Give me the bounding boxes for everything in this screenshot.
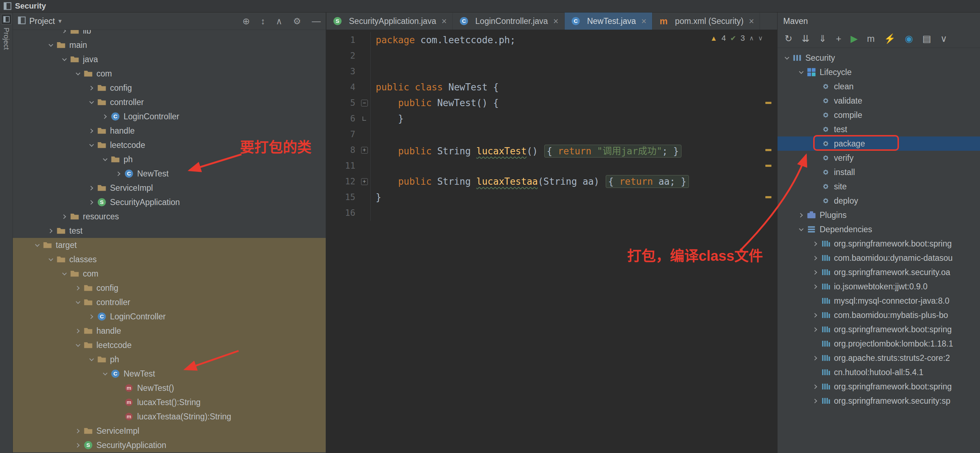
project-tree-item-leetccode[interactable]: leetccode — [13, 338, 326, 352]
project-tree-item-serviceimpl[interactable]: ServiceImpl — [13, 181, 326, 195]
warning-stripe-mark[interactable] — [765, 165, 772, 167]
code-area[interactable]: 1package com.leetccode.ph;234public clas… — [326, 30, 777, 221]
code-line-12[interactable]: 12+ public String lucaxTestaa(String aa)… — [326, 174, 777, 189]
generate-sources-icon[interactable]: ⇊ — [802, 33, 810, 44]
chevron-down-icon[interactable] — [796, 224, 806, 234]
chevron-down-icon[interactable] — [796, 67, 806, 77]
project-tree-item-main[interactable]: main — [13, 38, 326, 52]
fold-marker[interactable] — [358, 116, 371, 121]
chevron-right-icon[interactable] — [810, 353, 820, 363]
maven-item-site[interactable]: site — [778, 179, 980, 194]
project-tree-item-newtest[interactable]: CNewTest — [13, 367, 326, 381]
maven-item-com-baomidou-dynamic-datasou[interactable]: com.baomidou:dynamic-datasou — [778, 251, 980, 265]
chevron-right-icon[interactable] — [86, 197, 96, 207]
profiles-icon[interactable]: ◉ — [905, 33, 913, 44]
chevron-right-icon[interactable] — [73, 326, 83, 336]
chevron-right-icon[interactable] — [86, 126, 96, 136]
maven-item-validate[interactable]: validate — [778, 94, 980, 108]
warning-stripe-mark[interactable] — [765, 102, 772, 104]
chevron-down-icon[interactable] — [59, 54, 69, 64]
project-tree-item-com[interactable]: com — [13, 67, 326, 81]
hide-panel-icon[interactable]: — — [312, 16, 321, 26]
maven-item-test[interactable]: test — [778, 122, 980, 137]
maven-item-dependencies[interactable]: Dependencies — [778, 222, 980, 236]
chevron-down-icon[interactable] — [100, 154, 110, 164]
maven-item-org-springframework-boot-spring[interactable]: org.springframework.boot:spring — [778, 380, 980, 394]
maven-item-cn-hutool-hutool-all-5-4-1[interactable]: cn.hutool:hutool-all:5.4.1 — [778, 365, 980, 380]
code-line-1[interactable]: 1package com.leetccode.ph; — [326, 32, 777, 48]
chevron-right-icon[interactable] — [59, 30, 69, 36]
maven-item-org-projectlombok-lombok-1-18-1[interactable]: org.projectlombok:lombok:1.18.1 — [778, 337, 980, 351]
tab-securityapplication-java[interactable]: SSecurityApplication.java× — [326, 13, 453, 30]
download-sources-icon[interactable]: ⇓ — [819, 33, 827, 44]
project-tree-item-resources[interactable]: resources — [13, 209, 326, 223]
maven-item-install[interactable]: install — [778, 165, 980, 179]
maven-item-org-springframework-boot-spring[interactable]: org.springframework.boot:spring — [778, 236, 980, 251]
project-tree-item-lucaxtestaa-string-string[interactable]: mlucaxTestaa(String):String — [13, 410, 326, 424]
maven-item-org-springframework-security-oa[interactable]: org.springframework.security.oa — [778, 265, 980, 279]
execute-goal-icon[interactable]: m — [867, 33, 875, 44]
maven-item-org-springframework-boot-spring[interactable]: org.springframework.boot:spring — [778, 322, 980, 337]
chevron-down-icon[interactable] — [73, 297, 83, 307]
code-line-6[interactable]: 6 } — [326, 111, 777, 126]
maven-item-plugins[interactable]: Plugins — [778, 208, 980, 222]
chevron-down-icon[interactable] — [86, 354, 96, 364]
project-tree-item-controller[interactable]: controller — [13, 295, 326, 309]
inspections-widget[interactable]: ▲ 4 ✔ 3 ∧ ∨ — [710, 33, 763, 43]
project-tree-item-com[interactable]: com — [13, 266, 326, 281]
chevron-right-icon[interactable] — [46, 226, 56, 236]
chevron-right-icon[interactable] — [796, 210, 806, 220]
chevron-right-icon[interactable] — [86, 183, 96, 193]
close-icon[interactable]: × — [441, 16, 447, 26]
project-tree-item-handle[interactable]: handle — [13, 124, 326, 138]
chevron-right-icon[interactable] — [86, 311, 96, 322]
chevron-down-icon[interactable] — [32, 240, 42, 250]
chevron-right-icon[interactable] — [73, 283, 83, 293]
chevron-right-icon[interactable] — [810, 381, 820, 392]
stripe-label-project[interactable]: Project — [2, 27, 10, 49]
project-tree-item-test[interactable]: test — [13, 223, 326, 238]
collapse-all-icon[interactable]: ∨ — [940, 33, 947, 44]
project-tree-item-newtest[interactable]: mNewTest() — [13, 381, 326, 395]
chevron-right-icon[interactable] — [810, 324, 820, 334]
project-tree-item-handle[interactable]: handle — [13, 324, 326, 338]
warning-stripe-mark[interactable] — [765, 196, 772, 198]
chevron-down-icon[interactable] — [73, 69, 83, 78]
fold-marker[interactable]: + — [358, 178, 371, 185]
tab-logincontroller-java[interactable]: CLoginController.java× — [453, 13, 565, 30]
chevron-right-icon[interactable] — [810, 396, 820, 406]
project-tool-button[interactable] — [1, 14, 12, 25]
maven-item-compile[interactable]: compile — [778, 108, 980, 122]
chevron-down-icon[interactable]: ▾ — [59, 17, 62, 25]
code-line-15[interactable]: 15} — [326, 189, 777, 205]
chevron-down-icon[interactable] — [73, 340, 83, 350]
tab-pom-xml-security[interactable]: mpom.xml (Security)× — [652, 13, 760, 30]
code-line-16[interactable]: 16 — [326, 205, 777, 221]
maven-item-security[interactable]: Security — [778, 51, 980, 65]
project-tree-item-serviceimpl[interactable]: ServiceImpl — [13, 424, 326, 438]
code-line-11[interactable]: 11 — [326, 158, 777, 174]
maven-item-org-apache-struts-struts2-core-2[interactable]: org.apache.struts:struts2-core:2 — [778, 351, 980, 365]
chevron-down-icon[interactable] — [46, 254, 56, 264]
maven-item-deploy[interactable]: deploy — [778, 194, 980, 208]
chevron-right-icon[interactable] — [810, 253, 820, 263]
code-line-5[interactable]: 5− public NewTest() { — [326, 95, 777, 111]
close-icon[interactable]: × — [641, 16, 646, 26]
chevron-down-icon[interactable] — [46, 40, 56, 50]
project-tree-item-java[interactable]: java — [13, 52, 326, 67]
project-tree-item-logincontroller[interactable]: CLoginController — [13, 309, 326, 324]
project-tree-item-classes[interactable]: classes — [13, 252, 326, 266]
folded-code[interactable]: { return aa; } — [606, 175, 689, 188]
maven-item-package[interactable]: package — [778, 137, 980, 151]
project-tree-item-logincontroller[interactable]: CLoginController — [13, 109, 326, 124]
code-line-3[interactable]: 3 — [326, 64, 777, 79]
chevron-down-icon[interactable] — [59, 269, 69, 279]
fold-marker[interactable]: + — [358, 147, 371, 154]
maven-item-org-springframework-security-sp[interactable]: org.springframework.security:sp — [778, 394, 980, 408]
project-tree-item-config[interactable]: config — [13, 81, 326, 95]
tab-newtest-java[interactable]: CNewTest.java× — [565, 13, 652, 30]
project-tree-item-securityapplication[interactable]: SSecurityApplication — [13, 195, 326, 209]
locate-icon[interactable]: ⊕ — [242, 16, 250, 26]
project-view-title[interactable]: Project — [29, 16, 55, 26]
chevron-right-icon[interactable] — [86, 83, 96, 93]
